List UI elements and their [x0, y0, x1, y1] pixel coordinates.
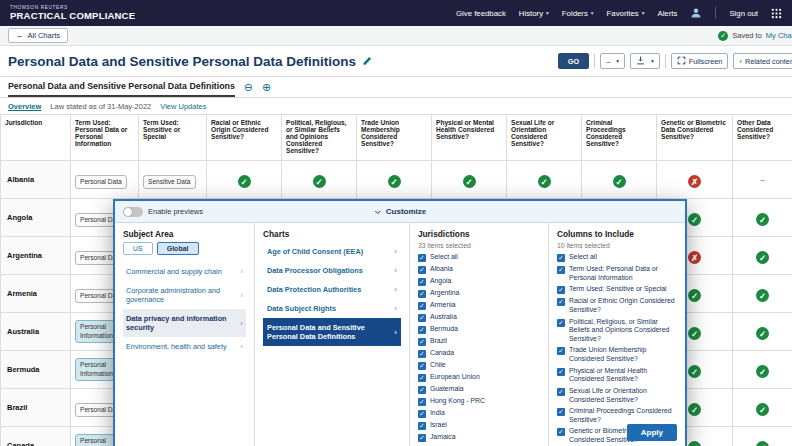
checkbox-checked-icon[interactable]: ✓ [418, 374, 426, 382]
checkbox-checked-icon[interactable]: ✓ [418, 398, 426, 406]
chart-item[interactable]: Age of Child Consent (EEA)› [263, 242, 401, 261]
checkbox-checked-icon[interactable]: ✓ [557, 286, 565, 294]
all-charts-back-button[interactable]: ← All Charts [8, 28, 68, 43]
jurisdiction-option[interactable]: ✓Guatemala [418, 385, 540, 394]
jurisdiction-option[interactable]: ✓Albania [418, 265, 540, 274]
checkbox-checked-icon[interactable]: ✓ [418, 266, 426, 274]
chart-tab[interactable]: Personal Data and Sensitive Personal Dat… [8, 77, 235, 97]
checkbox-checked-icon[interactable]: ✓ [418, 338, 426, 346]
jurisdiction-option[interactable]: ✓Australia [418, 313, 540, 322]
go-button[interactable]: GO [558, 53, 589, 69]
checkbox-checked-icon[interactable]: ✓ [418, 290, 426, 298]
checkbox-checked-icon[interactable]: ✓ [557, 388, 565, 396]
checkbox-checked-icon[interactable]: ✓ [418, 278, 426, 286]
column-option[interactable]: ✓Political, Religious, or Similar Belief… [557, 318, 677, 344]
subject-area-item[interactable]: Environment, health and safety› [123, 337, 246, 356]
edit-pencil-icon[interactable] [362, 54, 372, 69]
jurisdiction-option[interactable]: ✓Chile [418, 361, 540, 370]
checkbox-checked-icon[interactable]: ✓ [557, 428, 565, 436]
give-feedback-link[interactable]: Give feedback [456, 9, 506, 18]
column-option[interactable]: ✓Term Used: Sensitive or Special [557, 285, 677, 294]
jurisdiction-option[interactable]: ✓Argentina [418, 289, 540, 298]
collapse-chart-icon[interactable]: ⊖ [244, 77, 253, 97]
user-account-icon[interactable] [690, 7, 702, 19]
jurisdiction-option[interactable]: ✓Select all [418, 253, 540, 262]
status-cell: ✓ [733, 389, 792, 427]
jurisdiction-option[interactable]: ✓Armenia [418, 301, 540, 310]
subject-area-item[interactable]: Corporate administration and governance› [123, 281, 246, 309]
checkbox-checked-icon[interactable]: ✓ [557, 347, 565, 355]
history-menu[interactable]: History▾ [519, 9, 549, 18]
checkbox-checked-icon[interactable]: ✓ [418, 386, 426, 394]
brand-logo[interactable]: THOMSON REUTERS PRACTICAL COMPLIANCE [10, 5, 135, 21]
chart-item[interactable]: Data Processor Obligations› [263, 261, 401, 280]
checkbox-checked-icon[interactable]: ✓ [418, 422, 426, 430]
fullscreen-button[interactable]: Fullscreen [671, 53, 729, 69]
checkbox-checked-icon[interactable]: ✓ [557, 368, 565, 376]
jurisdiction-option-label: Guatemala [430, 385, 464, 394]
term-chip[interactable]: Personal Data [75, 175, 127, 190]
checkbox-checked-icon[interactable]: ✓ [418, 326, 426, 334]
column-option[interactable]: ✓Select all [557, 253, 677, 262]
region-button-global[interactable]: Global [157, 242, 199, 255]
column-option[interactable]: ✓Term Used: Personal Data or Personal In… [557, 265, 677, 282]
jurisdiction-cell: Brazil [1, 389, 71, 427]
jurisdictions-count: 33 items selected [418, 242, 540, 249]
checkbox-checked-icon[interactable]: ✓ [557, 254, 565, 262]
checkbox-checked-icon[interactable]: ✓ [418, 410, 426, 418]
download-button[interactable]: ▾ [630, 53, 660, 69]
jurisdiction-option[interactable]: ✓India [418, 409, 540, 418]
subject-area-item[interactable]: Commercial and supply chain› [123, 262, 246, 281]
jurisdiction-option[interactable]: ✓Israel [418, 421, 540, 430]
column-option-label: Criminal Proceedings Considered Sensitiv… [569, 407, 677, 424]
checkbox-checked-icon[interactable]: ✓ [418, 362, 426, 370]
column-option[interactable]: ✓Sexual Life or Orientation Considered S… [557, 387, 677, 404]
apply-button[interactable]: Apply [627, 424, 677, 441]
jurisdiction-option-label: Select all [430, 253, 458, 262]
charts-panel: Charts Age of Child Consent (EEA)›Data P… [254, 223, 409, 446]
view-options-button[interactable]: – ▾ [600, 53, 625, 69]
enable-previews-toggle[interactable] [123, 207, 143, 217]
column-option[interactable]: ✓Criminal Proceedings Considered Sensiti… [557, 407, 677, 424]
jurisdiction-option[interactable]: ✓Canada [418, 349, 540, 358]
status-cell: ✓ [733, 275, 792, 313]
customize-header[interactable]: Customize [374, 207, 426, 216]
checkbox-checked-icon[interactable]: ✓ [557, 408, 565, 416]
saved-folder-link[interactable]: My Charts [766, 31, 792, 40]
checkbox-checked-icon[interactable]: ✓ [418, 350, 426, 358]
checkbox-checked-icon[interactable]: ✓ [557, 266, 565, 274]
jurisdiction-option[interactable]: ✓Angola [418, 277, 540, 286]
column-option[interactable]: ✓Racial or Ethnic Origin Considered Sens… [557, 297, 677, 314]
jurisdiction-option[interactable]: ✓Bermuda [418, 325, 540, 334]
term-chip[interactable]: Sensitive Data [143, 175, 196, 190]
add-chart-icon[interactable]: ⊕ [262, 77, 271, 97]
alerts-link[interactable]: Alerts [657, 9, 677, 18]
chart-item[interactable]: Data Subject Rights› [263, 299, 401, 318]
region-button-us[interactable]: US [123, 242, 153, 255]
checkbox-checked-icon[interactable]: ✓ [418, 302, 426, 310]
folders-menu[interactable]: Folders▾ [562, 9, 594, 18]
check-icon: ✓ [238, 175, 251, 188]
subject-area-item[interactable]: Data privacy and information security› [123, 309, 246, 337]
related-content-button[interactable]: ‹ Related content [733, 53, 792, 69]
checkbox-checked-icon[interactable]: ✓ [418, 434, 426, 442]
checkbox-checked-icon[interactable]: ✓ [418, 314, 426, 322]
column-option-label: Trade Union Membership Considered Sensit… [569, 346, 677, 363]
apps-grid-icon[interactable] [771, 8, 782, 19]
overview-link[interactable]: Overview [8, 102, 41, 111]
sign-out-link[interactable]: Sign out [729, 9, 758, 18]
jurisdiction-option[interactable]: ✓European Union [418, 373, 540, 382]
column-option[interactable]: ✓Trade Union Membership Considered Sensi… [557, 346, 677, 363]
jurisdiction-option[interactable]: ✓Jamaica [418, 433, 540, 442]
jurisdiction-option[interactable]: ✓Hong Kong - PRC [418, 397, 540, 406]
checkbox-checked-icon[interactable]: ✓ [557, 319, 565, 327]
chart-item[interactable]: Personal Data and Sensitive Personal Dat… [263, 318, 401, 346]
favorites-menu[interactable]: Favorites▾ [607, 9, 645, 18]
view-updates-link[interactable]: View Updates [160, 102, 206, 111]
jurisdiction-option[interactable]: ✓Brazil [418, 337, 540, 346]
checkbox-checked-icon[interactable]: ✓ [557, 298, 565, 306]
column-option[interactable]: ✓Physical or Mental Health Considered Se… [557, 367, 677, 384]
column-option-label: Physical or Mental Health Considered Sen… [569, 367, 677, 384]
chart-item[interactable]: Data Protection Authorities› [263, 280, 401, 299]
checkbox-checked-icon[interactable]: ✓ [418, 254, 426, 262]
